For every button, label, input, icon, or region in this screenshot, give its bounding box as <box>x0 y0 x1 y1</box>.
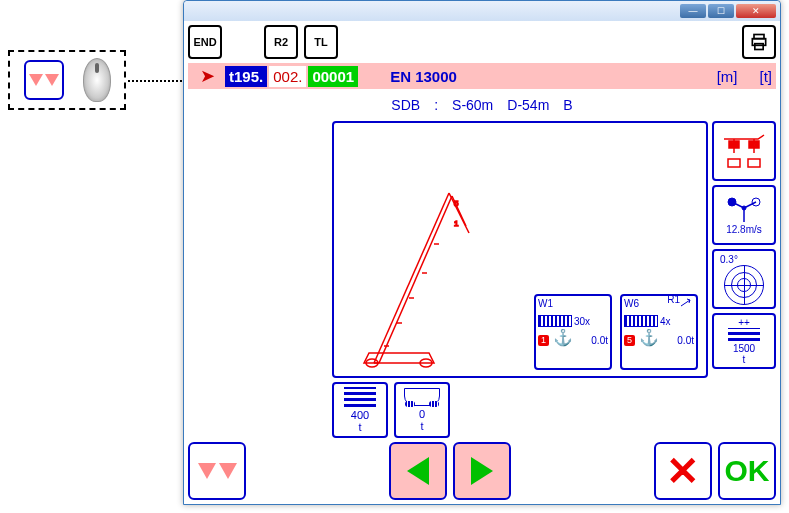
ballast-icon <box>344 387 376 407</box>
hook-icon: ⚓ <box>553 331 565 349</box>
titlebar: — ☐ ✕ <box>184 1 780 21</box>
counter-plus: ++ <box>738 317 750 328</box>
hook-config-tile[interactable]: 1 5 <box>712 121 776 181</box>
radius-arrow-icon <box>680 298 692 308</box>
config-code-mid: 002. <box>269 66 306 87</box>
svg-point-14 <box>728 198 736 206</box>
standard-label: EN 13000 <box>390 68 457 85</box>
svg-rect-10 <box>748 159 760 167</box>
unit-weight: [t] <box>759 68 772 85</box>
counter-unit: t <box>743 354 746 365</box>
crane-diagram-icon: 5 1 <box>354 178 504 368</box>
winch-2-load: 0.0t <box>677 335 694 346</box>
winch-2-panel: R1 W6 4x 5 ⚓ 0.0t <box>620 294 698 370</box>
crane-hooks-icon: 1 5 <box>720 133 768 169</box>
config-code-main: t195. <box>225 66 267 87</box>
external-hint-box <box>8 50 126 110</box>
tilt-tile[interactable]: 0.3° <box>712 249 776 309</box>
counter-value: 1500 <box>733 343 755 354</box>
ballast-unit: t <box>358 421 361 433</box>
sdb-label: SDB <box>391 97 420 113</box>
close-button[interactable]: ✕ <box>736 4 776 18</box>
print-button[interactable] <box>742 25 776 59</box>
app-window: — ☐ ✕ END R2 TL ➤ t195. 002. 00001 EN 13… <box>183 0 781 505</box>
svg-text:1: 1 <box>732 141 736 148</box>
prev-button[interactable] <box>389 442 447 500</box>
ballast-value: 400 <box>351 409 369 421</box>
maximize-button[interactable]: ☐ <box>708 4 734 18</box>
svg-rect-9 <box>728 159 740 167</box>
arrow-left-icon <box>407 457 429 485</box>
anemometer-icon <box>726 196 762 224</box>
drum-icon <box>538 315 572 327</box>
superlift-value: 0 <box>419 408 425 420</box>
mouse-icon <box>83 58 111 102</box>
tl-button[interactable]: TL <box>304 25 338 59</box>
wind-tile[interactable]: 12.8m/s <box>712 185 776 245</box>
winch-1-panel: W1 30x 1 ⚓ 0.0t <box>534 294 612 370</box>
boom-d: D-54m <box>507 97 549 113</box>
winch-1-name: W1 <box>538 298 608 309</box>
x-icon: ✕ <box>666 451 700 491</box>
svg-text:5: 5 <box>454 199 459 208</box>
hook-badge-5: 5 <box>624 335 635 346</box>
carbody-icon <box>404 388 440 406</box>
svg-text:1: 1 <box>454 219 459 228</box>
wind-value: 12.8m/s <box>726 224 762 235</box>
boom-b: B <box>563 97 572 113</box>
page-down-button-ref <box>24 60 64 100</box>
svg-text:5: 5 <box>752 141 756 148</box>
ok-label: OK <box>725 454 770 488</box>
boom-s: S-60m <box>452 97 493 113</box>
pointer-icon: ➤ <box>200 65 215 87</box>
next-button[interactable] <box>453 442 511 500</box>
hook-icon: ⚓ <box>639 331 651 349</box>
minimize-button[interactable]: — <box>680 4 706 18</box>
unit-length: [m] <box>717 68 738 85</box>
cancel-button[interactable]: ✕ <box>654 442 712 500</box>
winch-1-reeving: 30x <box>574 316 590 327</box>
winch-2-reeving: 4x <box>660 316 671 327</box>
printer-icon <box>749 32 769 52</box>
config-code-serial: 00001 <box>308 66 358 87</box>
end-button[interactable]: END <box>188 25 222 59</box>
config-bar: ➤ t195. 002. 00001 EN 13000 [m] [t] <box>188 63 776 89</box>
tilt-value: 0.3° <box>720 254 738 265</box>
level-indicator-icon <box>724 265 764 305</box>
r2-button[interactable]: R2 <box>264 25 298 59</box>
winch-1-load: 0.0t <box>591 335 608 346</box>
r1-label: R1 <box>667 294 680 305</box>
counterweight-icon <box>728 328 760 341</box>
config-subline: SDB : S-60m D-54m B <box>188 93 776 117</box>
arrow-right-icon <box>471 457 493 485</box>
superlift-unit: t <box>420 420 423 432</box>
ok-button[interactable]: OK <box>718 442 776 500</box>
ballast-panel: 400 t <box>332 382 388 438</box>
drum-icon <box>624 315 658 327</box>
crane-diagram-panel: 5 1 W1 30x 1 ⚓ 0.0 <box>332 121 708 378</box>
hook-badge-1: 1 <box>538 335 549 346</box>
counterweight-tile[interactable]: ++ 1500 t <box>712 313 776 369</box>
superlift-panel: 0 t <box>394 382 450 438</box>
page-down-button[interactable] <box>188 442 246 500</box>
